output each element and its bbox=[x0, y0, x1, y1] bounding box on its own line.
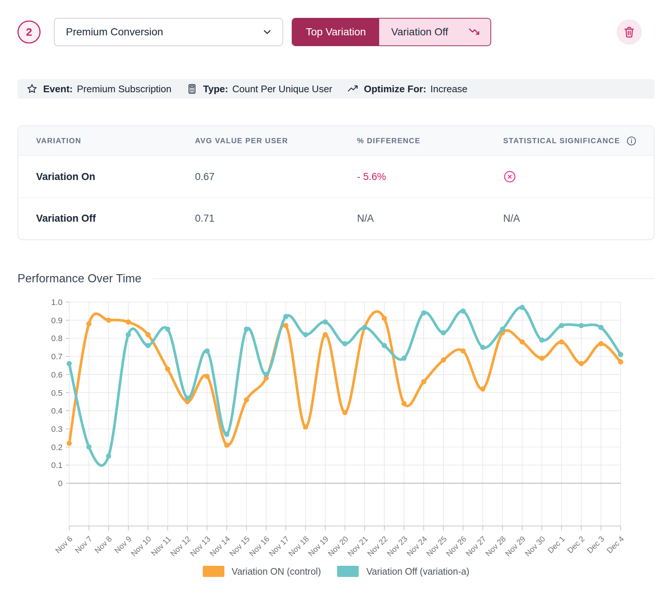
data-point bbox=[461, 308, 466, 314]
legend-swatch-icon bbox=[203, 566, 224, 577]
chart-section-title: Performance Over Time bbox=[17, 272, 141, 285]
results-table: VARIATION AVG VALUE PER USER % DIFFERENC… bbox=[17, 125, 655, 240]
metric-toolbar: 2 Premium Conversion Top Variation Varia… bbox=[17, 17, 655, 46]
metric-dropdown[interactable]: Premium Conversion bbox=[54, 18, 283, 46]
col-significance: STATISTICAL SIGNIFICANCE bbox=[485, 135, 654, 147]
data-point bbox=[323, 332, 328, 337]
legend-item-variation-on: Variation ON (control) bbox=[203, 566, 321, 577]
row2-avg-value: 0.71 bbox=[177, 213, 339, 224]
meta-optimize: Optimize For: Increase bbox=[347, 83, 467, 95]
data-point bbox=[441, 330, 446, 336]
x-axis-label: Nov 11 bbox=[149, 535, 172, 558]
not-significant-x-circle-icon bbox=[503, 170, 654, 183]
winner-variation-button[interactable]: Variation Off bbox=[379, 19, 490, 45]
data-point bbox=[165, 327, 170, 332]
x-axis-label: Nov 6 bbox=[54, 535, 74, 555]
data-point bbox=[401, 401, 407, 406]
data-point bbox=[145, 343, 151, 348]
data-point bbox=[283, 314, 288, 319]
data-point bbox=[126, 332, 131, 337]
x-axis-label: Nov 12 bbox=[169, 535, 192, 558]
x-axis-label: Nov 7 bbox=[73, 535, 94, 555]
results-table-header: VARIATION AVG VALUE PER USER % DIFFERENC… bbox=[18, 126, 654, 156]
info-icon[interactable] bbox=[626, 135, 637, 147]
x-axis-label: Nov 15 bbox=[228, 535, 251, 558]
data-point bbox=[165, 366, 170, 372]
x-axis-label: Dec 4 bbox=[605, 534, 625, 555]
data-point bbox=[224, 432, 229, 437]
y-axis-label: 0.8 bbox=[51, 334, 63, 343]
y-axis-label: 0.2 bbox=[51, 443, 63, 452]
top-variation-label: Top Variation bbox=[306, 26, 366, 38]
data-point bbox=[382, 343, 387, 348]
col-significance-label: STATISTICAL SIGNIFICANCE bbox=[503, 137, 620, 145]
row1-difference: - 5.6% bbox=[339, 171, 486, 183]
data-point bbox=[539, 337, 544, 343]
x-axis-label: Nov 8 bbox=[93, 535, 113, 555]
performance-chart: 00.10.20.30.40.50.60.70.80.91.0Nov 6Nov … bbox=[17, 286, 655, 562]
data-point bbox=[283, 323, 288, 328]
table-row-variation-off: Variation Off 0.71 N/A N/A bbox=[18, 198, 654, 239]
x-axis-label: Nov 23 bbox=[385, 535, 409, 558]
data-point bbox=[441, 357, 446, 363]
col-difference: % DIFFERENCE bbox=[339, 137, 486, 145]
delete-metric-button[interactable] bbox=[617, 19, 642, 45]
data-point bbox=[244, 397, 249, 402]
calculator-icon bbox=[186, 83, 198, 94]
section-divider bbox=[153, 278, 655, 279]
data-point bbox=[86, 321, 92, 326]
top-variation-button[interactable]: Top Variation bbox=[292, 19, 379, 45]
x-axis-label: Dec 2 bbox=[566, 535, 586, 555]
row2-variation: Variation Off bbox=[18, 213, 177, 224]
data-point bbox=[323, 320, 328, 325]
data-point bbox=[303, 424, 308, 430]
data-point bbox=[106, 318, 111, 323]
x-axis-label: Nov 10 bbox=[129, 535, 153, 558]
col-avg-value: AVG VALUE PER USER bbox=[177, 137, 339, 145]
x-axis-label: Nov 16 bbox=[247, 535, 271, 558]
trash-icon bbox=[623, 26, 636, 38]
meta-type-value: Count Per Unique User bbox=[232, 83, 332, 95]
data-point bbox=[303, 332, 308, 337]
data-point bbox=[342, 341, 348, 346]
data-point bbox=[401, 356, 407, 361]
x-axis-label: Nov 27 bbox=[464, 535, 487, 558]
data-point bbox=[598, 325, 604, 330]
data-point bbox=[598, 341, 604, 346]
legend-label: Variation ON (control) bbox=[232, 566, 321, 577]
metric-index: 2 bbox=[26, 26, 32, 38]
data-point bbox=[224, 443, 229, 448]
data-point bbox=[461, 348, 466, 353]
x-axis-label: Nov 30 bbox=[523, 535, 547, 558]
x-axis-label: Nov 19 bbox=[307, 535, 330, 558]
row1-avg-value: 0.67 bbox=[177, 171, 339, 183]
x-axis-label: Nov 18 bbox=[287, 535, 310, 558]
x-axis-label: Nov 24 bbox=[405, 534, 429, 558]
y-axis-label: 0.5 bbox=[51, 388, 63, 398]
x-axis-label: Nov 28 bbox=[484, 535, 507, 558]
x-axis-label: Nov 26 bbox=[444, 535, 468, 558]
data-point bbox=[421, 379, 426, 384]
data-point bbox=[126, 320, 131, 325]
chart-legend: Variation ON (control)Variation Off (var… bbox=[17, 566, 655, 577]
page: 2 Premium Conversion Top Variation Varia… bbox=[0, 0, 672, 577]
y-axis-label: 0.1 bbox=[51, 461, 63, 470]
x-axis-label: Nov 25 bbox=[425, 535, 448, 558]
data-point bbox=[618, 352, 623, 357]
data-point bbox=[205, 374, 210, 379]
data-point bbox=[480, 345, 486, 350]
data-point bbox=[145, 332, 151, 337]
legend-swatch-icon bbox=[337, 566, 359, 577]
data-point bbox=[67, 361, 72, 366]
x-axis-label: Nov 13 bbox=[188, 535, 212, 558]
data-point bbox=[421, 310, 426, 315]
data-point bbox=[480, 386, 486, 392]
chart-section-header: Performance Over Time bbox=[17, 272, 655, 285]
y-axis-label: 1.0 bbox=[51, 298, 63, 307]
trend-down-icon bbox=[468, 26, 480, 38]
data-point bbox=[205, 348, 210, 353]
table-row-variation-on: Variation On 0.67 - 5.6% bbox=[18, 156, 654, 198]
data-point bbox=[106, 453, 111, 459]
x-axis-label: Nov 29 bbox=[503, 535, 527, 558]
data-point bbox=[342, 410, 348, 415]
